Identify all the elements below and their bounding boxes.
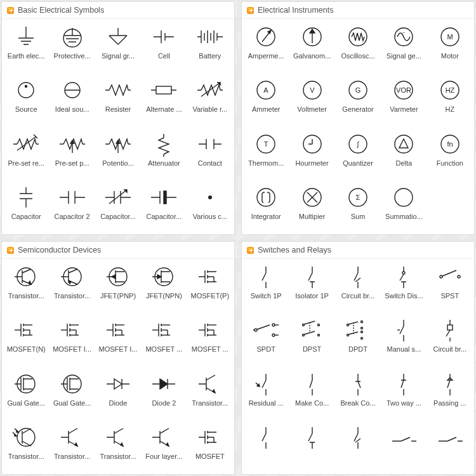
symbol-item[interactable]: Transistor... (187, 369, 233, 421)
symbol-item[interactable]: fnFunction (427, 129, 473, 181)
symbol-item[interactable]: Manual s... (381, 315, 426, 367)
symbol-item[interactable]: SPST (427, 261, 473, 314)
symbol-item[interactable]: Amperme... (243, 22, 289, 74)
symbol-item[interactable]: Residual ... (243, 369, 289, 421)
symbol-item[interactable]: Capacitor... (95, 182, 141, 234)
symbol-item[interactable] (427, 422, 473, 474)
svg-point-266 (360, 327, 362, 329)
symbol-item[interactable]: Capacitor... (141, 182, 187, 234)
symbol-item[interactable]: Various c... (187, 182, 233, 234)
symbol-item[interactable]: MOSFET ... (187, 315, 233, 367)
symbol-item[interactable]: Make Co... (289, 369, 334, 421)
symbol-item[interactable]: Capacitor (3, 182, 49, 234)
symbol-item[interactable]: Hourmeter (289, 129, 334, 181)
symbol-item[interactable]: ~Signal ge... (381, 22, 426, 74)
symbol-item[interactable]: Circuit br... (427, 315, 473, 367)
symbol-item[interactable]: ΣSum (335, 182, 381, 234)
symbol-item[interactable]: AAmmeter (243, 75, 289, 127)
symbol-item[interactable] (289, 422, 334, 474)
symbol-item[interactable] (381, 422, 426, 474)
symbol-item[interactable]: Transistor... (95, 422, 141, 474)
symbol-item[interactable]: Contact (187, 129, 233, 181)
symbol-item[interactable]: MOSFET(N) (3, 315, 49, 367)
svg-line-247 (442, 270, 456, 276)
symbol-item[interactable]: JFET(PNP) (95, 261, 141, 314)
symbol-item[interactable]: TThermom... (243, 129, 289, 181)
svg-line-211 (69, 428, 77, 433)
symbol-item[interactable]: Transistor... (3, 422, 49, 474)
symbol-item[interactable]: Diode 2 (141, 369, 187, 421)
symbol-item[interactable]: Integrator (243, 182, 289, 234)
panel-header[interactable]: Semiconductor Devices (2, 242, 234, 259)
symbol-item[interactable]: Four layer... (141, 422, 187, 474)
symbol-item[interactable]: Two way ... (381, 369, 426, 421)
svg-rect-277 (447, 325, 453, 330)
symbol-item[interactable]: MOSFET I... (95, 315, 141, 367)
symbol-item[interactable]: MMotor (427, 22, 473, 74)
symbol-item[interactable] (335, 422, 381, 474)
symbol-item[interactable]: ∫Quantizer (335, 129, 381, 181)
symbol-item[interactable]: MOSFET (187, 422, 233, 474)
symbol-item[interactable]: Gual Gate... (49, 369, 95, 421)
symbol-item[interactable]: Pre-set p... (49, 129, 95, 181)
symbol-label: Motor (441, 52, 459, 60)
symbol-item[interactable]: SPDT (243, 315, 289, 367)
symbol-item[interactable]: Transistor... (3, 261, 49, 314)
symbol-item[interactable]: Variable r... (187, 75, 233, 127)
symbol-item[interactable]: Battery (187, 22, 233, 74)
symbol-item[interactable]: HZHZ (427, 75, 473, 127)
symbol-item[interactable]: Gual Gate... (3, 369, 49, 421)
symbol-label: JFET(PNP) (100, 292, 136, 300)
symbol-item[interactable]: Potentio... (95, 129, 141, 181)
symbol-label: Circuit br... (433, 345, 467, 353)
symbol-item[interactable]: Multipier (289, 182, 334, 234)
symbol-item[interactable]: JFET(NPN) (141, 261, 187, 314)
symbol-item[interactable]: VORVarmeter (381, 75, 426, 127)
symbol-item[interactable]: Circuit br... (335, 261, 381, 314)
symbol-item[interactable]: Isolator 1P (289, 261, 334, 314)
panel-header[interactable]: Switches and Relays (242, 242, 474, 259)
symbol-item[interactable]: Ideal sou... (49, 75, 95, 127)
symbol-item[interactable] (243, 422, 289, 474)
panel-header[interactable]: Electrical Instruments (242, 2, 474, 19)
symbol-item[interactable]: MOSFET ... (141, 315, 187, 367)
symbol-item[interactable]: VVoltmeter (289, 75, 334, 127)
symbol-item[interactable]: Passing ... (427, 369, 473, 421)
symbol-item[interactable]: Delta (381, 129, 426, 181)
symbol-item[interactable]: DPDT (335, 315, 381, 367)
symbol-item[interactable]: Signal gr... (95, 22, 141, 74)
symbol-item[interactable]: Protective... (49, 22, 95, 74)
symbol-label: Transistor... (8, 292, 44, 300)
symbol-item[interactable]: Resister (95, 75, 141, 127)
symbol-item[interactable]: Source (3, 75, 49, 127)
symbol-item[interactable]: Earth elec... (3, 22, 49, 74)
symbol-item[interactable]: Break Co... (335, 369, 381, 421)
symbol-item[interactable]: Attenuator (141, 129, 187, 181)
svg-point-25 (18, 83, 34, 98)
symbol-item[interactable]: DPST (289, 315, 334, 367)
symbol-item[interactable]: Transistor... (49, 422, 95, 474)
symbol-item[interactable]: Oscillosc... (335, 22, 381, 74)
svg-text:HZ: HZ (445, 86, 454, 94)
symbol-item[interactable]: Switch 1P (243, 261, 289, 314)
symbol-item[interactable]: GGenerator (335, 75, 381, 127)
symbol-item[interactable]: Diode (95, 369, 141, 421)
panel-header[interactable]: Basic Electrical Symbols (2, 2, 234, 19)
spdt-icon (251, 317, 281, 343)
symbol-item[interactable]: Galvanom... (289, 22, 334, 74)
symbol-item[interactable]: Capacitor 2 (49, 182, 95, 234)
symbol-item[interactable]: MOSFET(P) (187, 261, 233, 314)
symbol-grid: Earth elec...Protective...Signal gr...Ce… (2, 19, 234, 234)
symbol-item[interactable]: Summatio... (381, 182, 426, 234)
symbol-item[interactable]: Alternate ... (141, 75, 187, 127)
symbol-item[interactable]: Switch Dis... (381, 261, 426, 314)
palette-panel: Basic Electrical SymbolsEarth elec...Pro… (1, 1, 235, 235)
symbol-item[interactable]: Cell (141, 22, 187, 74)
svg-point-100 (257, 188, 275, 206)
panel-title: Switches and Relays (258, 246, 331, 255)
symbol-item[interactable]: MOSFET I... (49, 315, 95, 367)
symbol-item[interactable]: Pre-set re... (3, 129, 49, 181)
svg-point-269 (360, 331, 362, 333)
symbol-label: Battery (199, 52, 221, 60)
symbol-item[interactable]: Transistor... (49, 261, 95, 314)
